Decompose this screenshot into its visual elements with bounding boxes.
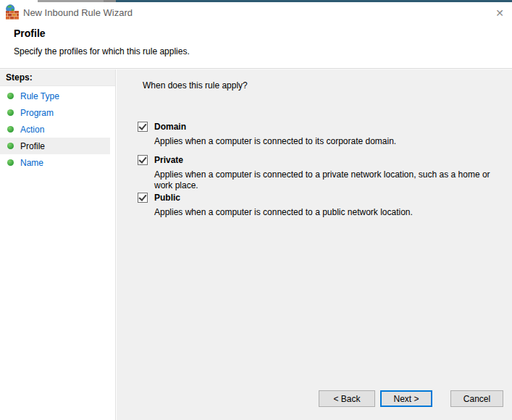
content-pane: When does this rule apply? Domain Applie… [117, 70, 512, 420]
window-titlebar: New Inbound Rule Wizard ✕ [0, 2, 512, 24]
private-label: Private [154, 155, 183, 165]
domain-description: Applies when a computer is connected to … [154, 136, 493, 147]
step-bullet-icon [7, 143, 14, 149]
step-bullet-icon [7, 109, 14, 116]
cancel-button[interactable]: Cancel [450, 390, 503, 407]
public-label: Public [154, 193, 180, 203]
back-button[interactable]: < Back [319, 390, 375, 407]
steps-heading: Steps: [0, 70, 115, 86]
private-description: Applies when a computer is connected to … [154, 169, 493, 191]
sidebar-item-name[interactable]: Name [0, 154, 110, 171]
step-bullet-icon [7, 159, 14, 166]
rule-apply-question: When does this rule apply? [143, 80, 248, 91]
public-checkbox[interactable] [138, 193, 148, 203]
step-label: Rule Type [20, 91, 59, 101]
domain-label: Domain [154, 122, 186, 132]
sidebar-item-profile[interactable]: Profile [0, 138, 110, 154]
step-label: Action [20, 125, 44, 135]
new-inbound-rule-wizard-dialog: New Inbound Rule Wizard ✕ Profile Specif… [0, 0, 512, 420]
page-title: Profile [14, 28, 46, 39]
step-label: Profile [20, 141, 45, 151]
close-icon[interactable]: ✕ [492, 5, 508, 21]
steps-list: Rule Type Program Action Profile Name [0, 88, 115, 171]
step-label: Name [20, 158, 43, 168]
sidebar-item-action[interactable]: Action [0, 121, 110, 138]
step-label: Program [20, 108, 54, 118]
sidebar-item-program[interactable]: Program [0, 104, 110, 121]
steps-panel: Steps: Rule Type Program Action Profile … [0, 70, 116, 420]
firewall-icon [5, 4, 20, 20]
sidebar-item-rule-type[interactable]: Rule Type [0, 88, 110, 104]
next-button[interactable]: Next > [380, 390, 432, 407]
step-bullet-icon [7, 126, 14, 133]
public-description: Applies when a computer is connected to … [154, 207, 493, 218]
window-title: New Inbound Rule Wizard [23, 7, 133, 18]
private-checkbox[interactable] [138, 155, 148, 165]
page-subtitle: Specify the profiles for which this rule… [14, 46, 190, 56]
domain-checkbox[interactable] [138, 122, 148, 132]
step-bullet-icon [7, 93, 14, 99]
